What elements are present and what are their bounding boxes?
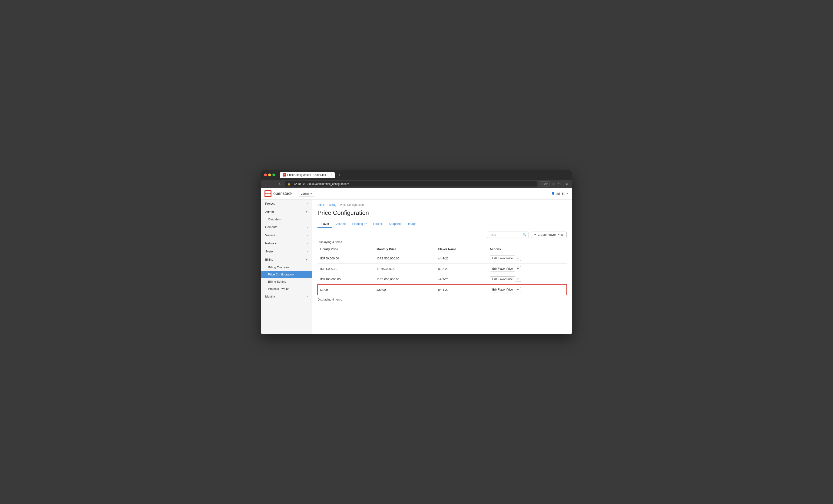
sidebar-volume-chevron: › xyxy=(307,234,308,237)
cell-actions: Edit Flavor Price▼ xyxy=(487,253,567,263)
edit-flavor-price-dropdown[interactable]: ▼ xyxy=(515,266,521,271)
create-flavor-price-button[interactable]: ✂ Create Flavor Price xyxy=(531,231,567,238)
displaying-count-top: Displaying 4 items xyxy=(317,240,567,244)
menu-icon[interactable]: ≡ xyxy=(564,182,569,186)
main-content: Admin / Billing / Price Configuration Pr… xyxy=(312,200,572,334)
tab-close-button[interactable]: × xyxy=(331,174,332,176)
edit-flavor-price-button[interactable]: Edit Flavor Price xyxy=(490,276,515,282)
edit-flavor-price-dropdown[interactable]: ▼ xyxy=(515,277,521,282)
maximize-button[interactable] xyxy=(272,174,275,176)
reload-button[interactable]: ↻ xyxy=(278,182,283,186)
breadcrumb-sep2: / xyxy=(338,203,338,206)
cell-hourly-price: $1.00 xyxy=(317,284,374,295)
edit-flavor-price-dropdown[interactable]: ▼ xyxy=(515,256,521,261)
breadcrumb-admin[interactable]: Admin xyxy=(317,203,325,206)
forward-button[interactable]: → xyxy=(271,182,276,186)
sidebar-projects-invoice-label: Projects Invoice xyxy=(268,287,289,291)
close-button[interactable] xyxy=(264,174,267,176)
tab-title: Price Configuration - OpenStac... xyxy=(287,173,328,177)
breadcrumb-sep1: / xyxy=(327,203,328,206)
traffic-lights xyxy=(264,174,275,176)
tab-flavor[interactable]: Flavor xyxy=(317,220,332,228)
col-flavor-name: Flavor Name xyxy=(435,246,487,253)
svg-rect-2 xyxy=(268,191,270,194)
sidebar-item-project-label: Project xyxy=(265,202,275,205)
col-hourly-price: Hourly Price xyxy=(317,246,374,253)
sidebar-item-compute[interactable]: Compute › xyxy=(261,223,312,231)
edit-flavor-price-button[interactable]: Edit Flavor Price xyxy=(490,255,515,261)
sidebar-volume-label: Volume xyxy=(265,233,275,237)
sidebar-item-projects-invoice[interactable]: Projects Invoice xyxy=(261,285,312,293)
edit-flavor-price-dropdown[interactable]: ▼ xyxy=(515,287,521,292)
sidebar-item-system[interactable]: System › xyxy=(261,247,312,255)
sidebar-item-overview[interactable]: Overview xyxy=(261,216,312,223)
edit-flavor-price-button[interactable]: Edit Flavor Price xyxy=(490,266,515,272)
svg-rect-4 xyxy=(268,194,270,196)
tab-floating-ip[interactable]: Floating IP xyxy=(349,220,370,228)
sidebar-item-billing[interactable]: Billing ▼ xyxy=(261,255,312,263)
sidebar-network-label: Network xyxy=(265,242,276,245)
filter-input[interactable] xyxy=(490,233,521,236)
displaying-count-bottom: Displaying 4 items xyxy=(317,298,567,301)
cell-actions: Edit Flavor Price▼ xyxy=(487,274,567,284)
browser-tab[interactable]: P Price Configuration - OpenStac... × xyxy=(280,172,335,178)
sidebar-identity-chevron: › xyxy=(307,295,308,298)
cell-hourly-price: IDR50,000.00 xyxy=(317,253,374,263)
user-icon: 👤 xyxy=(551,192,555,195)
logo-text: openstack. xyxy=(273,191,293,196)
table-row: IDR50,000.00IDR3,500,000.00s4-4-20Edit F… xyxy=(317,253,567,263)
tab-router[interactable]: Router xyxy=(370,220,386,228)
bookmark-icon[interactable]: ☆ xyxy=(552,182,555,186)
edit-btn-group: Edit Flavor Price▼ xyxy=(490,266,564,272)
filter-input-wrapper[interactable]: 🔍 xyxy=(487,231,529,238)
sidebar-billing-setting-label: Billing Setting xyxy=(268,280,286,283)
sidebar-item-volume[interactable]: Volume › xyxy=(261,231,312,239)
svg-rect-3 xyxy=(265,194,268,196)
sidebar-billing-chevron: ▼ xyxy=(305,258,308,261)
cell-flavor-name: s4-4-20 xyxy=(435,253,487,263)
browser-window: P Price Configuration - OpenStac... × + … xyxy=(261,170,572,334)
sidebar-item-identity[interactable]: Identity › xyxy=(261,293,312,301)
sidebar-billing-label: Billing xyxy=(265,258,273,261)
back-button[interactable]: ← xyxy=(264,182,269,186)
sidebar-item-project[interactable]: Project › xyxy=(261,200,312,208)
edit-btn-group: Edit Flavor Price▼ xyxy=(490,287,564,293)
tab-image[interactable]: Image xyxy=(405,220,420,228)
tab-volume[interactable]: Volume xyxy=(332,220,349,228)
col-monthly-price: Monthly Price xyxy=(374,246,435,253)
header-user-menu[interactable]: 👤 admin ▼ xyxy=(551,192,569,195)
sidebar-item-billing-setting[interactable]: Billing Setting xyxy=(261,278,312,285)
shield-icon: 🛡 xyxy=(557,182,562,186)
address-bar[interactable]: 🔒 172.10.10.10:8080/admin/price_configur… xyxy=(285,181,537,186)
sidebar-item-price-configuration[interactable]: Price Configuration xyxy=(261,271,312,278)
app-header: openstack. admin ▼ 👤 admin ▼ xyxy=(261,188,572,200)
user-menu-chevron: ▼ xyxy=(566,192,569,195)
sidebar-billing-overview-label: Billing Overview xyxy=(268,266,289,269)
sidebar-item-admin[interactable]: Admin ▼ xyxy=(261,208,312,216)
new-tab-button[interactable]: + xyxy=(339,173,341,177)
cell-actions: Edit Flavor Price▼ xyxy=(487,263,567,274)
sidebar-item-admin-label: Admin xyxy=(265,210,274,213)
admin-dropdown-chevron: ▼ xyxy=(310,192,312,195)
breadcrumb-current: Price Configuration xyxy=(340,203,364,206)
breadcrumb: Admin / Billing / Price Configuration xyxy=(317,203,567,206)
tabs: Flavor Volume Floating IP Router Snapsho… xyxy=(317,220,567,228)
tab-snapshot[interactable]: Snapshot xyxy=(386,220,405,228)
table-row: $1.00$30.00s4-4-20Edit Flavor Price▼ xyxy=(317,284,567,295)
sidebar-item-billing-overview[interactable]: Billing Overview xyxy=(261,263,312,271)
edit-flavor-price-button[interactable]: Edit Flavor Price xyxy=(490,287,515,293)
address-text: 172.10.10.10:8080/admin/price_configurat… xyxy=(292,182,349,185)
cell-actions: Edit Flavor Price▼ xyxy=(487,284,567,295)
col-actions: Actions xyxy=(487,246,567,253)
admin-dropdown[interactable]: admin ▼ xyxy=(298,191,315,197)
cell-flavor-name: s2-2-20 xyxy=(435,274,487,284)
sidebar-identity-label: Identity xyxy=(265,295,275,298)
cell-flavor-name: s2-2-20 xyxy=(435,263,487,274)
cell-monthly-price: $30.00 xyxy=(374,284,435,295)
minimize-button[interactable] xyxy=(268,174,271,176)
svg-rect-1 xyxy=(265,191,268,194)
sidebar-project-chevron: › xyxy=(307,202,308,205)
breadcrumb-billing[interactable]: Billing xyxy=(329,203,336,206)
price-table: Hourly Price Monthly Price Flavor Name A… xyxy=(317,246,567,295)
sidebar-item-network[interactable]: Network › xyxy=(261,239,312,247)
